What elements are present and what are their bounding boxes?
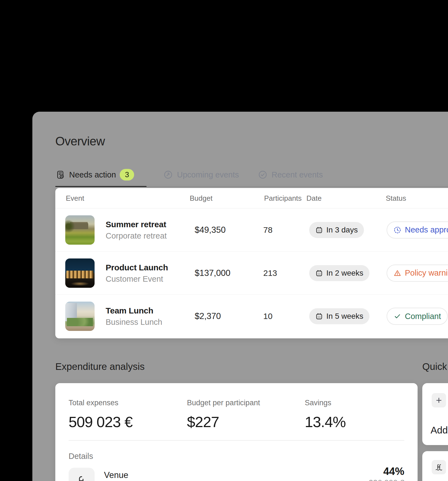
participants-cell: 78 bbox=[263, 225, 272, 235]
date-chip: In 3 days bbox=[309, 222, 364, 238]
tab-label: Upcoming events bbox=[177, 170, 239, 179]
history-clock-icon bbox=[163, 170, 173, 180]
active-tab-underline bbox=[55, 186, 147, 187]
event-title: Summer retreat bbox=[106, 219, 167, 229]
tab-recent-events[interactable]: Recent events bbox=[258, 168, 323, 181]
plus-icon-box bbox=[432, 393, 446, 407]
participants-cell: 10 bbox=[263, 312, 272, 321]
tab-needs-action[interactable]: Needs action 3 bbox=[55, 168, 134, 181]
event-subtitle: Corporate retreat bbox=[106, 231, 167, 240]
event-title: Team Lunch bbox=[106, 306, 162, 315]
event-name-cell: Summer retreat Corporate retreat bbox=[106, 219, 167, 240]
pool-ladder-icon-box bbox=[432, 460, 446, 474]
event-name-cell: Team Lunch Business Lunch bbox=[106, 306, 162, 327]
quick-action-card[interactable] bbox=[422, 451, 448, 481]
check-circle-icon bbox=[258, 170, 268, 180]
event-name-cell: Product Launch Customer Event bbox=[106, 263, 168, 283]
budget-cell: $2,370 bbox=[195, 311, 221, 321]
expenditure-card: Total expenses 509 023 € Budget per part… bbox=[55, 383, 418, 481]
column-header-date: Date bbox=[306, 194, 322, 202]
stat-label: Total expenses bbox=[69, 399, 132, 407]
tab-label: Recent events bbox=[272, 170, 323, 179]
status-text: Compliant bbox=[405, 312, 441, 321]
events-table: Event Budget Participants Date Status Su… bbox=[55, 188, 448, 338]
calendar-icon bbox=[315, 269, 323, 277]
stat-label: Savings bbox=[305, 399, 346, 407]
venue-icon bbox=[75, 474, 88, 481]
status-text: Needs approval bbox=[405, 225, 448, 234]
document-clock-icon bbox=[55, 170, 65, 180]
status-badge-needs-approval: Needs approval bbox=[387, 221, 448, 239]
stat-value: 509 023 € bbox=[69, 413, 132, 430]
details-label: Details bbox=[69, 452, 93, 461]
event-thumbnail bbox=[65, 302, 95, 331]
date-chip: In 5 weeks bbox=[309, 308, 369, 324]
overview-panel: Overview Needs action 3 bbox=[32, 112, 448, 481]
date-chip: In 2 weeks bbox=[309, 265, 369, 281]
pool-ladder-icon bbox=[435, 463, 443, 471]
page-title: Overview bbox=[55, 134, 105, 148]
table-row-product-launch[interactable]: Product Launch Customer Event $137,000 2… bbox=[55, 252, 448, 295]
check-icon bbox=[393, 312, 402, 320]
screen: Overview Needs action 3 bbox=[0, 0, 448, 481]
date-text: In 3 days bbox=[326, 226, 358, 234]
tab-label: Needs action bbox=[69, 170, 116, 179]
detail-item-percent: 44% bbox=[383, 466, 404, 477]
table-row-summer-retreat[interactable]: Summer retreat Corporate retreat $49,350… bbox=[55, 208, 448, 252]
date-text: In 5 weeks bbox=[326, 312, 363, 321]
status-text: Policy warning bbox=[405, 268, 448, 278]
calendar-icon bbox=[315, 226, 323, 234]
expenditure-heading: Expenditure analysis bbox=[55, 361, 145, 372]
stat-savings: Savings 13.4% bbox=[305, 399, 346, 430]
warning-triangle-icon bbox=[393, 269, 402, 277]
venue-icon-box bbox=[69, 468, 95, 481]
column-header-event: Event bbox=[66, 194, 84, 202]
event-subtitle: Customer Event bbox=[106, 274, 168, 283]
budget-cell: $137,000 bbox=[195, 268, 230, 278]
needs-action-count-badge: 3 bbox=[120, 169, 134, 181]
stat-total-expenses: Total expenses 509 023 € bbox=[69, 399, 132, 430]
detail-item-name: Venue bbox=[104, 470, 128, 480]
participants-cell: 213 bbox=[263, 268, 277, 278]
event-thumbnail bbox=[65, 215, 95, 245]
stat-label: Budget per participant bbox=[187, 399, 260, 407]
calendar-icon bbox=[315, 312, 323, 320]
plus-icon bbox=[435, 396, 443, 404]
stat-value: $227 bbox=[187, 413, 260, 430]
event-subtitle: Business Lunch bbox=[106, 318, 162, 327]
stat-value: 13.4% bbox=[305, 413, 346, 430]
event-title: Product Launch bbox=[106, 263, 168, 272]
quick-actions-heading: Quick actions bbox=[422, 361, 448, 372]
column-header-status: Status bbox=[386, 194, 406, 202]
column-header-budget: Budget bbox=[190, 194, 212, 202]
quick-action-label: Add event bbox=[431, 425, 448, 436]
date-text: In 2 weeks bbox=[326, 269, 363, 278]
quick-action-add-event[interactable]: Add event bbox=[422, 383, 448, 445]
status-badge-compliant: Compliant bbox=[387, 308, 448, 325]
status-badge-policy-warning: Policy warning bbox=[387, 265, 448, 282]
detail-item-amount: 226 000 € bbox=[369, 478, 404, 481]
budget-cell: $49,350 bbox=[195, 225, 226, 235]
divider bbox=[69, 440, 404, 441]
event-thumbnail bbox=[65, 258, 95, 288]
tab-upcoming-events[interactable]: Upcoming events bbox=[163, 168, 239, 181]
stat-budget-per-participant: Budget per participant $227 bbox=[187, 399, 260, 430]
pending-clock-icon bbox=[393, 226, 402, 234]
table-header: Event Budget Participants Date Status bbox=[55, 188, 448, 208]
column-header-participants: Participants bbox=[264, 194, 302, 202]
table-row-team-lunch[interactable]: Team Lunch Business Lunch $2,370 10 In bbox=[55, 295, 448, 338]
